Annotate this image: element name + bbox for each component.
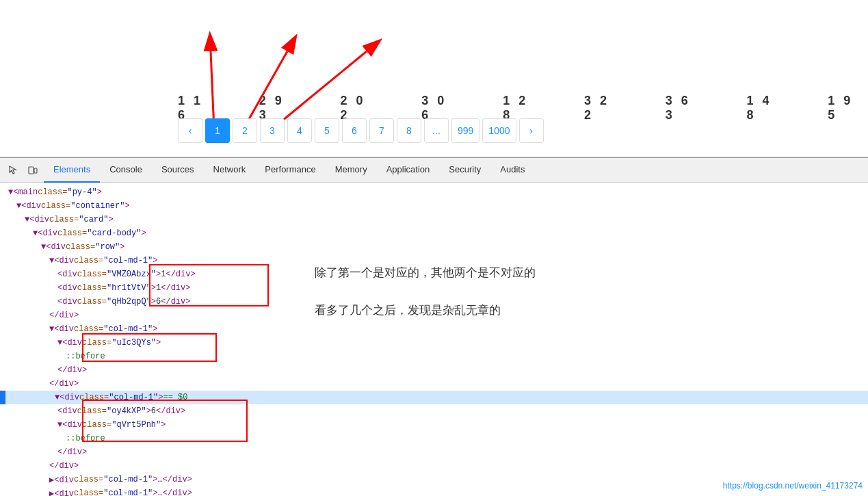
num-6: 3 2 2 [584, 94, 624, 122]
svg-rect-5 [34, 168, 37, 173]
tab-application[interactable]: Application [377, 158, 440, 183]
page-1000-button[interactable]: 1000 [482, 118, 516, 143]
page-4-button[interactable]: 4 [287, 118, 312, 143]
top-area: 1 1 6 2 9 3 2 0 2 3 0 6 1 2 8 3 2 2 3 6 … [0, 0, 868, 157]
page-999-button[interactable]: 999 [451, 118, 479, 143]
code-line-card: ▼<div class="card"> [0, 213, 868, 226]
code-line-qvrt: ▼<div class="qVrt5Pnh"> [0, 418, 868, 432]
page-2-button[interactable]: 2 [233, 118, 257, 143]
pagination: ‹ 1 2 3 4 5 6 7 8 ... 999 1000 › [178, 118, 544, 143]
code-line-before2: ::before [0, 432, 868, 445]
code-line-card-body: ▼<div class="card-body"> [0, 226, 868, 240]
code-line-close-col3: </div> [0, 459, 868, 473]
tab-sources[interactable]: Sources [152, 158, 204, 183]
code-line-close-col2: </div> [0, 377, 868, 391]
page-3-button[interactable]: 3 [260, 118, 285, 143]
next-page-button[interactable]: › [519, 118, 544, 143]
code-line-uic3: ▼<div class="uIc3QYs"> [0, 336, 868, 350]
code-line-main: ▼<main class="py-4"> [0, 185, 868, 199]
device-icon [27, 165, 38, 176]
code-line-before1: ::before [0, 350, 868, 363]
devtools-tabs: Elements Console Sources Network Perform… [44, 158, 534, 183]
page-8-button[interactable]: 8 [397, 118, 421, 143]
devtools-toolbar: Elements Console Sources Network Perform… [0, 158, 868, 183]
devtools-panel: Elements Console Sources Network Perform… [0, 157, 868, 496]
devtools-content[interactable]: ▼<main class="py-4"> ▼<div class="contai… [0, 183, 868, 496]
num-9: 1 9 5 [828, 94, 868, 122]
inspect-element-button[interactable] [5, 162, 22, 179]
tab-network[interactable]: Network [204, 158, 256, 183]
code-line-col3-selected[interactable]: ▼<div class="col-md-1"> == $0 [0, 391, 868, 404]
code-line-row: ▼<div class="row"> [0, 240, 868, 254]
tab-console[interactable]: Console [100, 158, 152, 183]
watermark: https://blog.csdn.net/weixin_41173274 [723, 481, 863, 491]
cursor-icon [8, 165, 19, 176]
device-toolbar-button[interactable] [25, 162, 41, 179]
num-7: 3 6 3 [666, 94, 706, 122]
code-line-close-qvrt: </div> [0, 445, 868, 459]
tab-performance[interactable]: Performance [255, 158, 325, 183]
code-line-oy4k: <div class="oy4kXP">6</div> [0, 404, 868, 418]
selected-indicator [0, 391, 5, 404]
page-ellipsis-button[interactable]: ... [424, 118, 449, 143]
tab-audits[interactable]: Audits [490, 158, 534, 183]
code-line-col2: ▼<div class="col-md-1"> [0, 322, 868, 336]
num-8: 1 4 8 [746, 94, 787, 122]
tab-memory[interactable]: Memory [326, 158, 377, 183]
tab-elements[interactable]: Elements [44, 158, 100, 183]
annotation-text-2: 看多了几个之后，发现是杂乱无章的 [315, 302, 501, 318]
page-5-button[interactable]: 5 [315, 118, 339, 143]
page-7-button[interactable]: 7 [369, 118, 394, 143]
code-line-hr1: <div class="hr1tVtV">1</div> [0, 281, 868, 295]
annotation-text-1: 除了第一个是对应的，其他两个是不对应的 [315, 265, 536, 280]
code-line-container: ▼<div class="container"> [0, 199, 868, 213]
code-line-close-uic3: </div> [0, 363, 868, 377]
svg-rect-4 [29, 167, 34, 174]
page-1-button[interactable]: 1 [205, 118, 230, 143]
page-6-button[interactable]: 6 [342, 118, 367, 143]
tab-security[interactable]: Security [439, 158, 490, 183]
prev-page-button[interactable]: ‹ [178, 118, 202, 143]
